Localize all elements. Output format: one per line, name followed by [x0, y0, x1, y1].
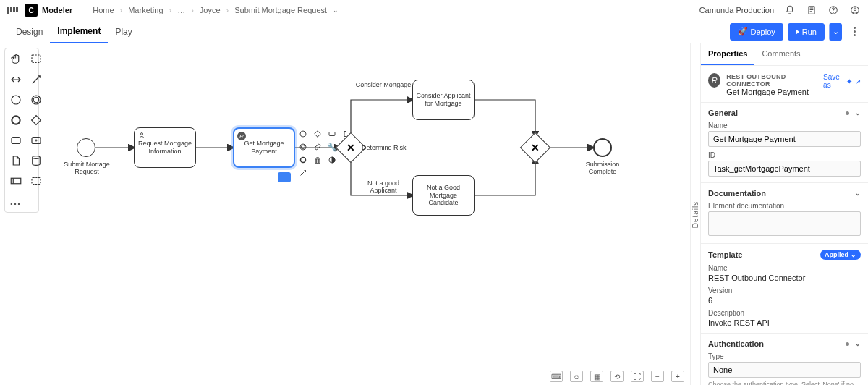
tab-implement[interactable]: Implement — [50, 20, 108, 43]
product-name: Modeler — [42, 6, 72, 14]
breadcrumb-home[interactable]: Home — [93, 6, 114, 14]
field-id-label: ID — [708, 151, 861, 159]
environment-label: Camunda Production — [699, 6, 774, 14]
tab-design[interactable]: Design — [9, 20, 50, 43]
lasso-tool-icon[interactable] — [28, 51, 44, 67]
comment-indicator-icon[interactable] — [278, 172, 291, 182]
svg-point-16 — [141, 133, 143, 135]
svg-rect-11 — [12, 138, 20, 144]
svg-rect-18 — [315, 131, 320, 137]
task-get-payment[interactable]: R Get Mortgage Payment — [233, 127, 295, 168]
help-icon[interactable] — [827, 4, 839, 16]
auth-help-text: Choose the authentication type. Select '… — [708, 381, 861, 385]
rest-connector-icon: R — [237, 132, 246, 140]
gateway-label: Determine Risk — [362, 144, 420, 151]
hand-tool-icon[interactable] — [8, 51, 24, 67]
brand-logo: C — [25, 4, 38, 17]
svg-point-6 — [12, 96, 20, 104]
svg-rect-10 — [32, 116, 41, 125]
external-link-icon: ↗ — [855, 77, 861, 85]
feedback-icon[interactable]: ☺ — [570, 371, 583, 382]
details-rail[interactable]: Details — [690, 43, 700, 385]
prop-tab-comments[interactable]: Comments — [754, 43, 807, 65]
element-palette: … — [0, 43, 43, 385]
chevron-down-icon: ⌄ — [855, 190, 861, 197]
ctx-intermediate-event-icon[interactable] — [298, 142, 308, 152]
ctx-color-icon[interactable] — [327, 155, 337, 165]
reset-view-icon[interactable]: ⟲ — [610, 371, 624, 382]
run-dropdown-button[interactable]: ⌄ — [829, 23, 842, 41]
breadcrumb-current[interactable]: Submit Mortgage Request — [234, 6, 327, 14]
ctx-gateway-icon[interactable] — [312, 129, 323, 139]
ctx-delete-icon[interactable]: 🗑 — [312, 155, 323, 165]
breadcrumb-joyce[interactable]: Joyce — [200, 6, 221, 14]
rocket-icon: 🚀 — [738, 27, 748, 36]
section-documentation[interactable]: Documentation⌄ — [708, 189, 861, 198]
ctx-task-icon[interactable] — [327, 129, 337, 139]
field-name-label: Name — [708, 122, 861, 130]
prop-tab-properties[interactable]: Properties — [701, 43, 754, 65]
section-authentication[interactable]: Authentication⌄ — [708, 339, 861, 348]
diagram-canvas[interactable]: Submit Mortage Request Request Mortgage … — [43, 43, 690, 385]
end-event-icon[interactable] — [8, 112, 24, 128]
data-store-icon[interactable] — [28, 153, 44, 169]
svg-point-13 — [33, 156, 41, 159]
auth-type-select[interactable]: None — [708, 362, 861, 378]
minimap-icon[interactable]: ▦ — [590, 371, 603, 382]
run-button[interactable]: Run — [788, 23, 825, 41]
pool-icon[interactable] — [8, 173, 24, 189]
app-switcher-icon[interactable] — [7, 4, 19, 16]
tab-play[interactable]: Play — [108, 20, 139, 43]
keyboard-icon[interactable]: ⌨ — [550, 371, 563, 382]
section-general[interactable]: General⌄ — [708, 109, 861, 117]
data-object-icon[interactable] — [8, 153, 24, 169]
zoom-in-icon[interactable]: + — [671, 371, 684, 382]
flow-label-bottom: Not a good Applicant — [354, 179, 412, 194]
play-icon — [796, 29, 799, 35]
task-consider-applicant[interactable]: Consider Applicant for Mortgage — [412, 80, 475, 120]
connect-tool-icon[interactable] — [28, 72, 44, 88]
bell-icon[interactable] — [784, 4, 796, 16]
task-not-good-candidate[interactable]: Not a Good Mortgage Candidate — [412, 175, 475, 216]
intermediate-event-icon[interactable] — [28, 92, 44, 108]
task-request-info[interactable]: Request Mortgage Information — [134, 127, 196, 168]
group-icon[interactable] — [28, 173, 44, 189]
ctx-start-event-icon[interactable] — [298, 129, 308, 139]
save-as-link[interactable]: Save as ✦ ↗ — [823, 73, 861, 89]
svg-rect-15 — [32, 178, 41, 185]
ctx-link-icon[interactable] — [312, 142, 323, 152]
chevron-down-icon: ⌄ — [851, 251, 856, 258]
svg-point-21 — [302, 145, 305, 149]
start-event-icon[interactable] — [8, 92, 24, 108]
task-icon[interactable] — [8, 132, 24, 148]
doc-label: Element documentation — [708, 202, 861, 210]
space-tool-icon[interactable] — [8, 72, 24, 88]
user-icon[interactable] — [849, 4, 861, 16]
deploy-button[interactable]: 🚀Deploy — [730, 23, 783, 41]
field-id-input[interactable] — [708, 161, 861, 177]
svg-point-22 — [301, 158, 306, 163]
subprocess-icon[interactable] — [28, 132, 44, 148]
svg-rect-14 — [11, 178, 21, 184]
svg-rect-19 — [329, 132, 335, 136]
breadcrumb-ellipsis[interactable]: … — [177, 6, 185, 14]
ctx-connect-icon[interactable] — [298, 168, 308, 178]
end-event[interactable] — [593, 138, 612, 157]
docs-icon[interactable] — [806, 4, 817, 16]
template-applied-badge[interactable]: Applied⌄ — [820, 250, 861, 260]
breadcrumb-dropdown-icon[interactable]: ⌄ — [333, 7, 339, 14]
section-template[interactable]: Template Applied⌄ — [708, 250, 861, 260]
breadcrumb-marketing[interactable]: Marketing — [128, 6, 163, 14]
field-name-input[interactable] — [708, 131, 861, 147]
svg-point-17 — [300, 131, 306, 137]
more-menu-icon[interactable] — [849, 27, 859, 36]
palette-more-icon[interactable]: … — [8, 193, 24, 209]
start-event[interactable] — [77, 138, 95, 157]
ctx-end-event-icon[interactable] — [298, 155, 308, 165]
gateway-icon[interactable] — [28, 112, 44, 128]
fullscreen-icon[interactable]: ⛶ — [631, 371, 644, 382]
svg-point-8 — [33, 97, 39, 103]
user-task-icon — [137, 131, 146, 140]
doc-textarea[interactable] — [708, 211, 861, 236]
zoom-out-icon[interactable]: − — [651, 371, 664, 382]
